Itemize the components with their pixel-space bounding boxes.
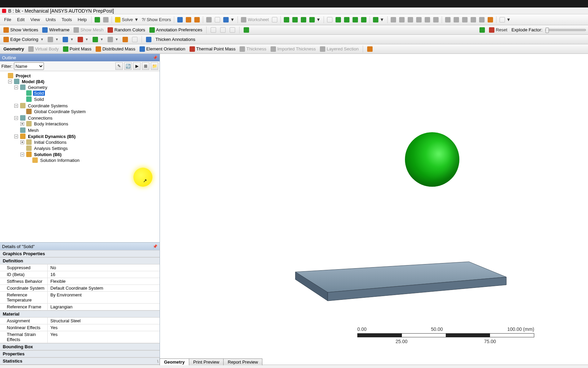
pan-tool[interactable] <box>398 16 406 23</box>
sel-box[interactable] <box>326 16 334 23</box>
thickness-button[interactable]: Thickness <box>238 46 268 52</box>
tool-a[interactable] <box>176 16 184 23</box>
tree-geometry[interactable]: Geometry <box>27 85 48 90</box>
expand-icon[interactable]: + <box>20 122 24 126</box>
filter-tool-1[interactable]: ✎ <box>115 62 123 70</box>
rotate-tool[interactable] <box>389 16 397 23</box>
wireframe-button[interactable]: Wireframe <box>41 27 71 33</box>
extend-sel-1[interactable] <box>334 16 342 23</box>
tree-solid-1[interactable]: Solid <box>33 91 45 96</box>
magnify-plus[interactable] <box>444 16 452 23</box>
tree-coordinate-systems[interactable]: Coordinate Systems <box>27 103 69 108</box>
prop-assignment[interactable]: AssignmentStructural Steel <box>0 318 160 324</box>
extend-sel-3[interactable] <box>351 16 359 23</box>
prop-suppressed[interactable]: SuppressedNo <box>0 264 160 271</box>
expand-icon[interactable]: − <box>14 86 18 89</box>
menu-help[interactable]: Help <box>75 16 89 23</box>
edge-opt-5[interactable]: ▼ <box>106 36 120 43</box>
tool-b[interactable] <box>184 16 193 23</box>
explode-slider[interactable] <box>545 29 586 31</box>
viewport-plate-body[interactable] <box>292 258 510 307</box>
pin-icon[interactable]: 📌 <box>153 244 158 249</box>
cs-cyl[interactable] <box>228 27 236 33</box>
thermal-point-mass-button[interactable]: Thermal Point Mass <box>188 46 237 52</box>
look-at[interactable] <box>432 16 440 23</box>
edge-opt-2[interactable]: ▼ <box>61 36 75 43</box>
edge-opt-6[interactable] <box>121 36 129 43</box>
tab-print-preview[interactable]: Print Preview <box>189 358 224 365</box>
sel-vertex[interactable] <box>282 16 291 23</box>
point-mass-button[interactable]: Point Mass <box>62 46 93 52</box>
outline-tree[interactable]: Project −Model (B4) −Geometry Solid Soli… <box>0 71 160 242</box>
random-colors-button[interactable]: Random Colors <box>106 27 146 33</box>
tree-explicit-dynamics[interactable]: Explicit Dynamics (B5) <box>27 134 77 139</box>
cat-bounding-box[interactable]: Bounding Box <box>0 343 160 350</box>
next-view[interactable] <box>469 16 477 23</box>
menu-view[interactable]: View <box>28 16 43 23</box>
expand-icon[interactable]: + <box>20 140 24 144</box>
filter-select[interactable]: Name <box>14 62 44 70</box>
tree-project[interactable]: Project <box>15 73 32 78</box>
reset-button[interactable]: Reset <box>488 27 509 33</box>
zoom-tool[interactable] <box>406 16 414 23</box>
filter-tool-2[interactable]: 🔄 <box>124 62 132 70</box>
cs-global[interactable] <box>219 27 227 33</box>
prop-nonlinear[interactable]: Nonlinear EffectsYes <box>0 324 160 331</box>
tag-tool[interactable] <box>486 16 494 23</box>
tree-initial-conditions[interactable]: Initial Conditions <box>33 140 67 145</box>
reset-explode-button[interactable] <box>478 27 486 33</box>
filter-folder[interactable]: 📁 <box>151 62 158 70</box>
tree-global-cs[interactable]: Global Coordinate System <box>33 109 87 114</box>
refresh-button[interactable] <box>93 16 101 23</box>
tree-solution-info[interactable]: Solution Information <box>39 158 81 163</box>
viewport-sphere-body[interactable] <box>405 132 459 187</box>
prop-thermal[interactable]: Thermal Strain EffectsYes <box>0 331 160 343</box>
expand-icon[interactable]: − <box>14 116 18 120</box>
tree-connections[interactable]: Connections <box>27 116 53 121</box>
edge-opt-4[interactable]: ▼ <box>91 36 105 43</box>
expand-icon[interactable]: − <box>14 135 18 138</box>
extend-sel-2[interactable] <box>343 16 351 23</box>
expand-icon[interactable]: − <box>14 104 18 108</box>
cs-local[interactable] <box>209 27 217 33</box>
menu-tools[interactable]: Tools <box>59 16 75 23</box>
cat-statistics[interactable]: Statistics <box>0 357 160 365</box>
prop-ref-temp[interactable]: Reference TemperatureBy Environment <box>0 292 160 304</box>
cat-properties[interactable]: Properties <box>0 350 160 357</box>
tool-c[interactable] <box>193 16 201 23</box>
tree-analysis-settings[interactable]: Analysis Settings <box>33 146 69 151</box>
thicken-icon-button[interactable] <box>145 36 153 43</box>
tab-geometry[interactable]: Geometry <box>160 358 189 365</box>
prev-view[interactable] <box>461 16 469 23</box>
tab-report-preview[interactable]: Report Preview <box>223 358 262 365</box>
tree-model[interactable]: Model (B4) <box>21 79 45 84</box>
sel-edge[interactable] <box>291 16 299 23</box>
tool-f[interactable]: ▼ <box>222 16 236 23</box>
edge-opt-3[interactable]: ▼ <box>76 36 90 43</box>
tree-body-interactions[interactable]: Body Interactions <box>33 121 69 126</box>
expand-icon[interactable]: − <box>8 80 12 83</box>
extend-sel-4[interactable] <box>360 16 368 23</box>
outline-header[interactable]: Outline 📌 <box>0 54 160 61</box>
graphics-viewport[interactable]: 0.00 50.00 100.00 (mm) 25.00 75.00 Geome… <box>160 54 588 365</box>
cat-definition[interactable]: Definition <box>0 257 160 264</box>
edge-coloring-button[interactable]: Edge Coloring▼ <box>2 37 45 42</box>
view-cube[interactable] <box>478 16 486 23</box>
nav-geometry[interactable]: Geometry <box>2 46 26 51</box>
assembly-button[interactable] <box>242 27 250 33</box>
prop-ref-frame[interactable]: Reference FrameLagrangian <box>0 304 160 310</box>
menu-edit[interactable]: Edit <box>14 16 27 23</box>
element-orientation-button[interactable]: Element Orientation <box>138 46 187 52</box>
zoom-fit[interactable] <box>423 16 431 23</box>
layered-section-button[interactable]: Layered Section <box>318 46 360 52</box>
thicken-annotations-button[interactable]: Thicken Annotations <box>154 37 197 42</box>
imported-thickness-button[interactable]: Imported Thickness <box>269 46 317 52</box>
show-vertices-button[interactable]: Show Vertices <box>2 27 39 33</box>
zoom-box[interactable] <box>415 16 423 23</box>
distributed-mass-button[interactable]: Distributed Mass <box>94 46 137 52</box>
solve-button[interactable]: Solve▼ <box>114 16 140 23</box>
magnify-minus[interactable] <box>452 16 460 23</box>
edge-opt-1[interactable]: ▼ <box>46 36 60 43</box>
filter-tool-3[interactable]: ▶ <box>133 62 141 70</box>
clipboard-tool[interactable]: ▼ <box>498 16 512 23</box>
